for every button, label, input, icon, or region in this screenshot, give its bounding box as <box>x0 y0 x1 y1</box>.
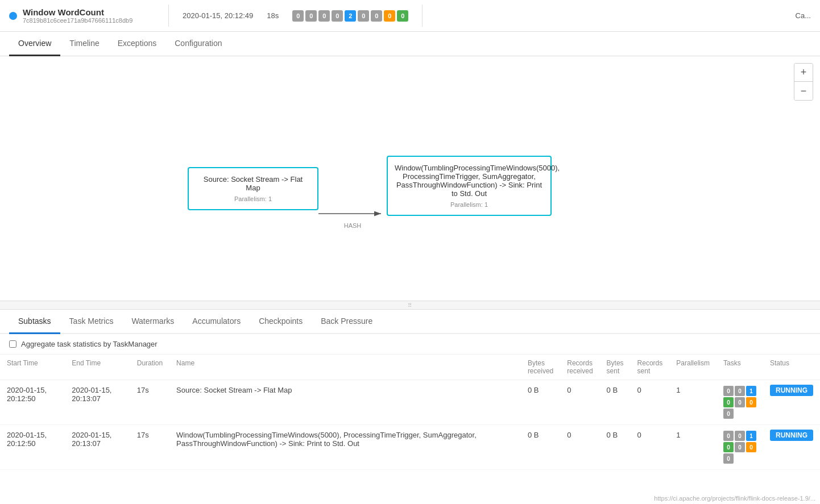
bottom-tab-checkpoints[interactable]: Checkpoints <box>250 310 312 334</box>
node-source-name: Source: Socket Stream -> Flat Map <box>196 175 310 192</box>
task-badge: 0 <box>723 386 734 396</box>
cell-parallelism: 1 <box>669 380 717 425</box>
node-source[interactable]: Source: Socket Stream -> Flat Map Parall… <box>188 167 318 210</box>
cell-status: RUNNING <box>763 380 820 425</box>
header-left: Window WordCount 7c819b81c6cee171a9b4766… <box>9 7 168 24</box>
cell-parallelism: 1 <box>669 425 717 470</box>
bottom-tab-subtasks[interactable]: Subtasks <box>9 310 60 334</box>
status-badge: RUNNING <box>770 430 813 441</box>
cell-bytes-received: 0 B <box>521 425 560 470</box>
col-duration: Duration <box>130 355 169 380</box>
cell-name: Source: Socket Stream -> Flat Map <box>169 380 521 425</box>
cell-tasks: 0010000 <box>717 425 763 470</box>
header: Window WordCount 7c819b81c6cee171a9b4766… <box>0 0 820 32</box>
task-badge: 0 <box>735 431 745 441</box>
flow-controls: + − <box>794 63 813 101</box>
zoom-out-button[interactable]: − <box>794 82 813 100</box>
nav-tab-timeline[interactable]: Timeline <box>60 32 108 56</box>
status-badge-5: 0 <box>358 10 369 22</box>
task-badge: 0 <box>746 397 756 407</box>
task-badge: 0 <box>723 397 734 407</box>
task-badge: 0 <box>735 397 745 407</box>
status-badge-0: 0 <box>292 10 304 22</box>
col-status: Status <box>763 355 820 380</box>
cell-start-time: 2020-01-15, 20:12:50 <box>0 425 65 470</box>
cell-records-sent: 0 <box>631 380 670 425</box>
col-records-received: Recordsreceived <box>560 355 599 380</box>
nav-tab-overview[interactable]: Overview <box>9 32 60 56</box>
table-row: 2020-01-15, 20:12:502020-01-15, 20:13:07… <box>0 425 820 470</box>
table-body: 2020-01-15, 20:12:502020-01-15, 20:13:07… <box>0 380 820 470</box>
data-table: Start Time End Time Duration Name Bytesr… <box>0 355 820 470</box>
flow-area: Source: Socket Stream -> Flat Map Parall… <box>0 56 820 301</box>
node-source-parallelism: Parallelism: 1 <box>196 195 310 202</box>
table-row: 2020-01-15, 20:12:502020-01-15, 20:13:07… <box>0 380 820 425</box>
col-records-sent: Recordssent <box>631 355 670 380</box>
status-badge-6: 0 <box>371 10 382 22</box>
cell-duration: 17s <box>130 425 169 470</box>
flow-canvas: Source: Socket Stream -> Flat Map Parall… <box>0 56 820 301</box>
bottom-tab-back-pressure[interactable]: Back Pressure <box>312 310 382 334</box>
header-duration: 18s <box>267 11 279 20</box>
task-badge: 0 <box>735 442 745 452</box>
status-badges: 000020000 <box>292 10 408 22</box>
node-window-name: Window(TumblingProcessingTimeWindows(500… <box>395 164 544 198</box>
bottom-tab-task-metrics[interactable]: Task Metrics <box>60 310 123 334</box>
cell-end-time: 2020-01-15, 20:13:07 <box>65 380 130 425</box>
col-parallelism: Parallelism <box>669 355 717 380</box>
status-badge-3: 0 <box>332 10 343 22</box>
status-badge-8: 0 <box>397 10 408 22</box>
cell-bytes-sent: 0 B <box>600 425 631 470</box>
task-badge: 0 <box>723 431 734 441</box>
task-badge: 0 <box>723 409 734 419</box>
col-bytes-received: Bytesreceived <box>521 355 560 380</box>
header-center: 2020-01-15, 20:12:49 18s 000020000 <box>168 5 423 27</box>
task-badge: 1 <box>746 431 756 441</box>
task-badge: 0 <box>723 453 734 464</box>
task-badge: 0 <box>746 442 756 452</box>
table-header: Start Time End Time Duration Name Bytesr… <box>0 355 820 380</box>
status-badge-1: 0 <box>305 10 317 22</box>
cell-start-time: 2020-01-15, 20:12:50 <box>0 380 65 425</box>
col-end-time: End Time <box>65 355 130 380</box>
cell-records-sent: 0 <box>631 425 670 470</box>
status-badge: RUNNING <box>770 385 813 396</box>
status-dot <box>9 12 17 20</box>
status-badge-4: 2 <box>345 10 356 22</box>
cell-bytes-sent: 0 B <box>600 380 631 425</box>
zoom-in-button[interactable]: + <box>794 64 813 82</box>
task-badge: 1 <box>746 386 756 396</box>
job-id: 7c819b81c6cee171a9b47666111c8db9 <box>23 17 132 24</box>
col-start-time: Start Time <box>0 355 65 380</box>
bottom-panel: SubtasksTask MetricsWatermarksAccumulato… <box>0 310 820 470</box>
flow-edge: HASH <box>318 205 387 229</box>
nav-tabs: OverviewTimelineExceptionsConfiguration <box>0 32 820 56</box>
cell-tasks: 0010000 <box>717 380 763 425</box>
cancel-button[interactable]: Ca... <box>796 11 811 20</box>
job-title: Window WordCount <box>23 7 132 17</box>
drag-handle[interactable]: ⠿ <box>0 301 820 310</box>
nav-tab-exceptions[interactable]: Exceptions <box>109 32 165 56</box>
bottom-tab-accumulators[interactable]: Accumulators <box>183 310 250 334</box>
job-info: Window WordCount 7c819b81c6cee171a9b4766… <box>23 7 132 24</box>
cell-name: Window(TumblingProcessingTimeWindows(500… <box>169 425 521 470</box>
col-tasks: Tasks <box>717 355 763 380</box>
cell-bytes-received: 0 B <box>521 380 560 425</box>
bottom-tabs: SubtasksTask MetricsWatermarksAccumulato… <box>0 310 820 334</box>
aggregate-row: Aggregate task statistics by TaskManager <box>0 334 820 355</box>
header-timestamp: 2020-01-15, 20:12:49 <box>183 11 253 20</box>
aggregate-label: Aggregate task statistics by TaskManager <box>21 340 158 348</box>
aggregate-checkbox[interactable] <box>9 340 16 348</box>
bottom-tab-watermarks[interactable]: Watermarks <box>122 310 183 334</box>
cell-end-time: 2020-01-15, 20:13:07 <box>65 425 130 470</box>
nav-tab-configuration[interactable]: Configuration <box>165 32 231 56</box>
status-badge-7: 0 <box>384 10 395 22</box>
drag-dots-icon: ⠿ <box>408 302 413 309</box>
task-badge: 0 <box>723 442 734 452</box>
col-name: Name <box>169 355 521 380</box>
cell-records-received: 0 <box>560 380 599 425</box>
cell-duration: 17s <box>130 380 169 425</box>
status-badge-2: 0 <box>318 10 330 22</box>
node-window[interactable]: Window(TumblingProcessingTimeWindows(500… <box>387 156 552 216</box>
cell-status: RUNNING <box>763 425 820 470</box>
